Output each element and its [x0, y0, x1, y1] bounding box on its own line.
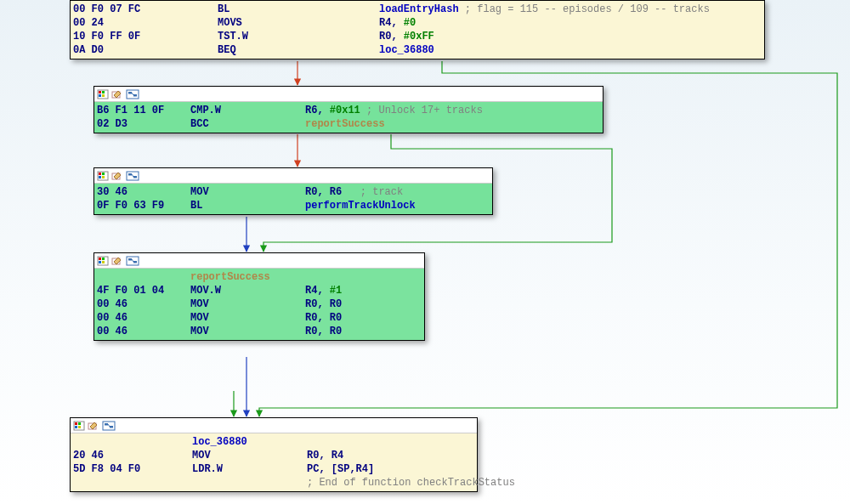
label-row: loc_36880	[71, 435, 477, 449]
svg-rect-7	[128, 92, 132, 94]
hex-bytes: 00 46	[97, 311, 190, 325]
block-titlebar	[94, 253, 424, 269]
edit-icon	[111, 89, 123, 99]
svg-rect-2	[102, 91, 105, 93]
block-titlebar	[71, 418, 477, 433]
hex-bytes: 0F F0 63 F9	[97, 199, 190, 212]
svg-rect-10	[99, 173, 101, 175]
operands: R0, R0	[305, 325, 424, 338]
mnemonic: BL	[190, 199, 305, 212]
disasm-block-1[interactable]: 00 F0 07 FCBLloadEntryHash ; flag = 115 …	[70, 0, 765, 59]
color-icon	[97, 171, 109, 181]
end-comment-row: ; End of function checkTrackStatus	[71, 476, 477, 490]
mnemonic: MOV	[190, 311, 305, 325]
graph-icon	[126, 171, 139, 181]
svg-rect-25	[128, 258, 132, 261]
asm-row[interactable]: 0A D0BEQloc_36880	[71, 43, 764, 57]
asm-row[interactable]: 4F F0 01 04MOV.WR4, #1	[94, 284, 424, 297]
hex-bytes: 5D F8 04 F0	[73, 462, 192, 476]
hex-bytes: B6 F1 11 0F	[97, 104, 190, 117]
operands: R0, #0xFF	[379, 30, 764, 43]
asm-row[interactable]: 00 24MOVSR4, #0	[71, 16, 764, 30]
hex-bytes: 00 46	[97, 325, 190, 338]
operands: R0, R0	[305, 311, 424, 325]
disasm-block-4[interactable]: reportSuccess 4F F0 01 04MOV.WR4, #100 4…	[94, 252, 425, 341]
mnemonic: MOV	[190, 325, 305, 338]
block-body: 00 F0 07 FCBLloadEntryHash ; flag = 115 …	[71, 1, 764, 59]
hex-bytes: 00 F0 07 FC	[73, 3, 218, 16]
edit-icon	[88, 421, 99, 431]
svg-rect-31	[78, 426, 81, 428]
operands: R4, #0	[379, 16, 764, 30]
mnemonic: TST.W	[218, 30, 379, 43]
block-label: reportSuccess	[190, 270, 305, 284]
svg-rect-12	[99, 176, 101, 178]
color-icon	[97, 89, 109, 99]
svg-rect-16	[128, 173, 132, 176]
asm-row[interactable]: 0F F0 63 F9BLperformTrackUnlock	[94, 199, 492, 212]
graph-icon	[126, 89, 139, 99]
svg-rect-20	[102, 258, 105, 260]
svg-rect-13	[102, 176, 105, 178]
svg-rect-17	[133, 176, 137, 178]
hex-bytes: 10 F0 FF 0F	[73, 30, 218, 43]
operands: reportSuccess	[305, 117, 603, 131]
block-body: 30 46MOVR0, R6 ; track0F F0 63 F9BLperfo…	[94, 184, 492, 214]
operands: R6, #0x11 ; Unlock 17+ tracks	[305, 104, 603, 117]
operands: R0, R4	[307, 449, 477, 462]
edit-icon	[111, 256, 123, 266]
hex-bytes: 20 46	[73, 449, 192, 462]
asm-row[interactable]: 5D F8 04 F0LDR.WPC, [SP,R4]	[71, 462, 477, 476]
asm-row[interactable]: B6 F1 11 0FCMP.WR6, #0x11 ; Unlock 17+ t…	[94, 104, 603, 117]
svg-rect-19	[99, 258, 101, 260]
svg-rect-1	[99, 91, 101, 93]
operands: R0, R6 ; track	[305, 185, 492, 199]
svg-rect-8	[133, 94, 137, 97]
svg-rect-35	[110, 426, 113, 428]
asm-row[interactable]: 20 46MOVR0, R4	[71, 449, 477, 462]
color-icon	[97, 256, 109, 266]
asm-row[interactable]: 00 46MOVR0, R0	[94, 311, 424, 325]
svg-rect-30	[75, 426, 77, 428]
operands: performTrackUnlock	[305, 199, 492, 212]
svg-rect-11	[102, 173, 105, 175]
mnemonic: MOV	[190, 185, 305, 199]
disasm-block-3[interactable]: 30 46MOVR0, R6 ; track0F F0 63 F9BLperfo…	[94, 167, 493, 215]
operands: loc_36880	[379, 43, 764, 57]
asm-row[interactable]: 10 F0 FF 0FTST.WR0, #0xFF	[71, 30, 764, 43]
asm-row[interactable]: 00 46MOVR0, R0	[94, 325, 424, 338]
mnemonic: MOVS	[218, 16, 379, 30]
svg-rect-21	[99, 261, 101, 263]
asm-row[interactable]: 00 F0 07 FCBLloadEntryHash ; flag = 115 …	[71, 3, 764, 16]
asm-row[interactable]: 30 46MOVR0, R6 ; track	[94, 185, 492, 199]
color-icon	[73, 421, 85, 431]
block-body: B6 F1 11 0FCMP.WR6, #0x11 ; Unlock 17+ t…	[94, 102, 603, 133]
disasm-block-5[interactable]: loc_36880 20 46MOVR0, R45D F8 04 F0LDR.W…	[70, 417, 478, 492]
operands: R4, #1	[305, 284, 424, 297]
svg-rect-4	[102, 94, 105, 97]
asm-row[interactable]: 00 46MOVR0, R0	[94, 297, 424, 311]
mnemonic: MOV	[190, 297, 305, 311]
hex-bytes: 00 46	[97, 297, 190, 311]
disasm-block-2[interactable]: B6 F1 11 0FCMP.WR6, #0x11 ; Unlock 17+ t…	[94, 86, 604, 133]
hex-bytes: 0A D0	[73, 43, 218, 57]
svg-rect-29	[78, 422, 81, 425]
svg-rect-22	[102, 261, 105, 263]
hex-bytes: 4F F0 01 04	[97, 284, 190, 297]
block-titlebar	[94, 87, 603, 102]
edit-icon	[111, 171, 123, 181]
mnemonic: BEQ	[218, 43, 379, 57]
block-body: reportSuccess 4F F0 01 04MOV.WR4, #100 4…	[94, 269, 424, 340]
mnemonic: MOV.W	[190, 284, 305, 297]
hex-bytes: 02 D3	[97, 117, 190, 131]
operands: PC, [SP,R4]	[307, 462, 477, 476]
mnemonic: BL	[218, 3, 379, 16]
asm-row[interactable]: 02 D3BCCreportSuccess	[94, 117, 603, 131]
operands: R0, R0	[305, 297, 424, 311]
svg-rect-34	[105, 423, 108, 426]
svg-rect-3	[99, 94, 101, 97]
mnemonic: LDR.W	[192, 462, 307, 476]
svg-rect-28	[75, 422, 77, 425]
operands: loadEntryHash ; flag = 115 -- episodes /…	[379, 3, 764, 16]
hex-bytes: 00 24	[73, 16, 218, 30]
